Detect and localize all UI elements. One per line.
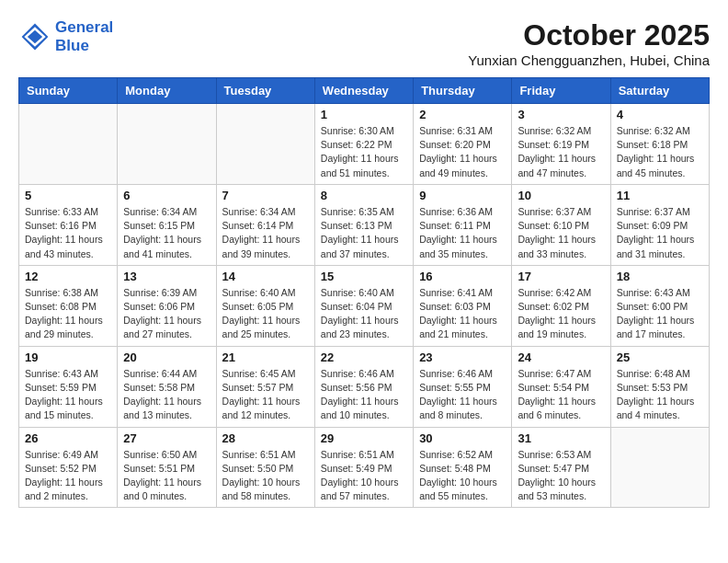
calendar-cell: 26Sunrise: 6:49 AM Sunset: 5:52 PM Dayli… — [19, 427, 118, 508]
day-info: Sunrise: 6:47 AM Sunset: 5:54 PM Dayligh… — [518, 367, 604, 423]
day-info: Sunrise: 6:31 AM Sunset: 6:20 PM Dayligh… — [419, 124, 506, 180]
day-number: 5 — [25, 189, 111, 202]
day-number: 17 — [518, 270, 604, 283]
calendar-cell: 21Sunrise: 6:45 AM Sunset: 5:57 PM Dayli… — [216, 346, 314, 427]
calendar-cell: 24Sunrise: 6:47 AM Sunset: 5:54 PM Dayli… — [512, 346, 610, 427]
calendar-cell: 31Sunrise: 6:53 AM Sunset: 5:47 PM Dayli… — [512, 427, 610, 508]
logo-line2: Blue — [55, 37, 113, 55]
calendar-cell: 22Sunrise: 6:46 AM Sunset: 5:56 PM Dayli… — [314, 346, 413, 427]
day-number: 30 — [419, 431, 506, 445]
calendar-cell: 1Sunrise: 6:30 AM Sunset: 6:22 PM Daylig… — [314, 104, 413, 185]
day-number: 4 — [617, 108, 703, 121]
calendar-header-sunday: Sunday — [19, 78, 118, 104]
calendar-cell: 14Sunrise: 6:40 AM Sunset: 6:05 PM Dayli… — [216, 265, 314, 346]
calendar-cell: 8Sunrise: 6:35 AM Sunset: 6:13 PM Daylig… — [314, 184, 413, 265]
day-info: Sunrise: 6:45 AM Sunset: 5:57 PM Dayligh… — [222, 367, 309, 423]
calendar-cell: 29Sunrise: 6:51 AM Sunset: 5:49 PM Dayli… — [314, 427, 413, 508]
day-info: Sunrise: 6:46 AM Sunset: 5:55 PM Dayligh… — [419, 367, 506, 423]
day-info: Sunrise: 6:39 AM Sunset: 6:06 PM Dayligh… — [123, 286, 210, 342]
day-number: 8 — [321, 189, 407, 202]
calendar-cell: 10Sunrise: 6:37 AM Sunset: 6:10 PM Dayli… — [512, 184, 610, 265]
calendar-header-monday: Monday — [118, 78, 216, 104]
calendar-cell: 30Sunrise: 6:52 AM Sunset: 5:48 PM Dayli… — [414, 427, 512, 508]
day-info: Sunrise: 6:40 AM Sunset: 6:05 PM Dayligh… — [222, 286, 309, 342]
day-info: Sunrise: 6:36 AM Sunset: 6:11 PM Dayligh… — [419, 205, 506, 261]
calendar-cell: 16Sunrise: 6:41 AM Sunset: 6:03 PM Dayli… — [414, 265, 512, 346]
calendar-cell: 12Sunrise: 6:38 AM Sunset: 6:08 PM Dayli… — [19, 265, 118, 346]
page: General Blue October 2025 Yunxian Chengg… — [0, 0, 728, 517]
day-number: 11 — [617, 189, 703, 202]
day-number: 15 — [321, 270, 407, 283]
calendar-cell: 17Sunrise: 6:42 AM Sunset: 6:02 PM Dayli… — [512, 265, 610, 346]
day-number: 21 — [222, 350, 309, 364]
day-info: Sunrise: 6:38 AM Sunset: 6:08 PM Dayligh… — [25, 286, 111, 342]
logo-icon — [18, 20, 51, 53]
day-info: Sunrise: 6:35 AM Sunset: 6:13 PM Dayligh… — [321, 205, 407, 261]
calendar-week-3: 19Sunrise: 6:43 AM Sunset: 5:59 PM Dayli… — [19, 346, 710, 427]
day-number: 16 — [419, 270, 506, 283]
day-info: Sunrise: 6:41 AM Sunset: 6:03 PM Dayligh… — [419, 286, 506, 342]
day-number: 14 — [222, 270, 309, 283]
day-number: 28 — [222, 431, 309, 445]
day-number: 18 — [617, 270, 703, 283]
day-info: Sunrise: 6:43 AM Sunset: 5:59 PM Dayligh… — [25, 367, 111, 423]
day-info: Sunrise: 6:37 AM Sunset: 6:10 PM Dayligh… — [518, 205, 604, 261]
calendar-cell: 28Sunrise: 6:51 AM Sunset: 5:50 PM Dayli… — [216, 427, 314, 508]
calendar: SundayMondayTuesdayWednesdayThursdayFrid… — [18, 77, 710, 508]
day-number: 27 — [123, 431, 210, 445]
calendar-cell — [19, 104, 118, 185]
logo-text: General Blue — [55, 18, 113, 55]
calendar-header-row: SundayMondayTuesdayWednesdayThursdayFrid… — [19, 78, 710, 104]
day-number: 3 — [518, 108, 604, 121]
calendar-week-2: 12Sunrise: 6:38 AM Sunset: 6:08 PM Dayli… — [19, 265, 710, 346]
calendar-cell: 25Sunrise: 6:48 AM Sunset: 5:53 PM Dayli… — [610, 346, 709, 427]
day-number: 19 — [25, 350, 111, 364]
header: General Blue October 2025 Yunxian Chengg… — [18, 18, 710, 68]
calendar-cell: 3Sunrise: 6:32 AM Sunset: 6:19 PM Daylig… — [512, 104, 610, 185]
day-number: 23 — [419, 350, 506, 364]
calendar-cell: 5Sunrise: 6:33 AM Sunset: 6:16 PM Daylig… — [19, 184, 118, 265]
day-number: 31 — [518, 431, 604, 445]
calendar-header-tuesday: Tuesday — [216, 78, 314, 104]
calendar-cell: 20Sunrise: 6:44 AM Sunset: 5:58 PM Dayli… — [118, 346, 216, 427]
day-number: 24 — [518, 350, 604, 364]
calendar-week-0: 1Sunrise: 6:30 AM Sunset: 6:22 PM Daylig… — [19, 104, 710, 185]
day-info: Sunrise: 6:44 AM Sunset: 5:58 PM Dayligh… — [123, 367, 210, 423]
calendar-cell: 13Sunrise: 6:39 AM Sunset: 6:06 PM Dayli… — [118, 265, 216, 346]
calendar-cell: 6Sunrise: 6:34 AM Sunset: 6:15 PM Daylig… — [118, 184, 216, 265]
day-info: Sunrise: 6:34 AM Sunset: 6:14 PM Dayligh… — [222, 205, 309, 261]
day-number: 2 — [419, 108, 506, 121]
day-info: Sunrise: 6:37 AM Sunset: 6:09 PM Dayligh… — [617, 205, 703, 261]
day-info: Sunrise: 6:50 AM Sunset: 5:51 PM Dayligh… — [123, 448, 210, 504]
day-info: Sunrise: 6:33 AM Sunset: 6:16 PM Dayligh… — [25, 205, 111, 261]
calendar-cell: 7Sunrise: 6:34 AM Sunset: 6:14 PM Daylig… — [216, 184, 314, 265]
calendar-cell — [610, 427, 709, 508]
calendar-cell: 27Sunrise: 6:50 AM Sunset: 5:51 PM Dayli… — [118, 427, 216, 508]
calendar-header-wednesday: Wednesday — [314, 78, 413, 104]
calendar-cell: 19Sunrise: 6:43 AM Sunset: 5:59 PM Dayli… — [19, 346, 118, 427]
day-info: Sunrise: 6:49 AM Sunset: 5:52 PM Dayligh… — [25, 448, 111, 504]
logo: General Blue — [18, 18, 113, 55]
day-number: 6 — [123, 189, 210, 202]
day-info: Sunrise: 6:32 AM Sunset: 6:19 PM Dayligh… — [518, 124, 604, 180]
calendar-cell: 11Sunrise: 6:37 AM Sunset: 6:09 PM Dayli… — [610, 184, 709, 265]
calendar-cell: 9Sunrise: 6:36 AM Sunset: 6:11 PM Daylig… — [414, 184, 512, 265]
day-number: 1 — [321, 108, 407, 121]
day-info: Sunrise: 6:30 AM Sunset: 6:22 PM Dayligh… — [321, 124, 407, 180]
day-number: 25 — [617, 350, 703, 364]
day-number: 22 — [321, 350, 407, 364]
calendar-cell: 4Sunrise: 6:32 AM Sunset: 6:18 PM Daylig… — [610, 104, 709, 185]
day-number: 12 — [25, 270, 111, 283]
calendar-header-thursday: Thursday — [414, 78, 512, 104]
day-number: 13 — [123, 270, 210, 283]
title-block: October 2025 Yunxian Chengguanzhen, Hube… — [468, 18, 710, 68]
day-info: Sunrise: 6:51 AM Sunset: 5:50 PM Dayligh… — [222, 448, 309, 504]
day-info: Sunrise: 6:48 AM Sunset: 5:53 PM Dayligh… — [617, 367, 703, 423]
day-number: 7 — [222, 189, 309, 202]
calendar-week-1: 5Sunrise: 6:33 AM Sunset: 6:16 PM Daylig… — [19, 184, 710, 265]
day-info: Sunrise: 6:34 AM Sunset: 6:15 PM Dayligh… — [123, 205, 210, 261]
day-number: 9 — [419, 189, 506, 202]
calendar-cell — [216, 104, 314, 185]
logo-line1: General — [55, 18, 113, 37]
month-title: October 2025 — [468, 18, 710, 52]
